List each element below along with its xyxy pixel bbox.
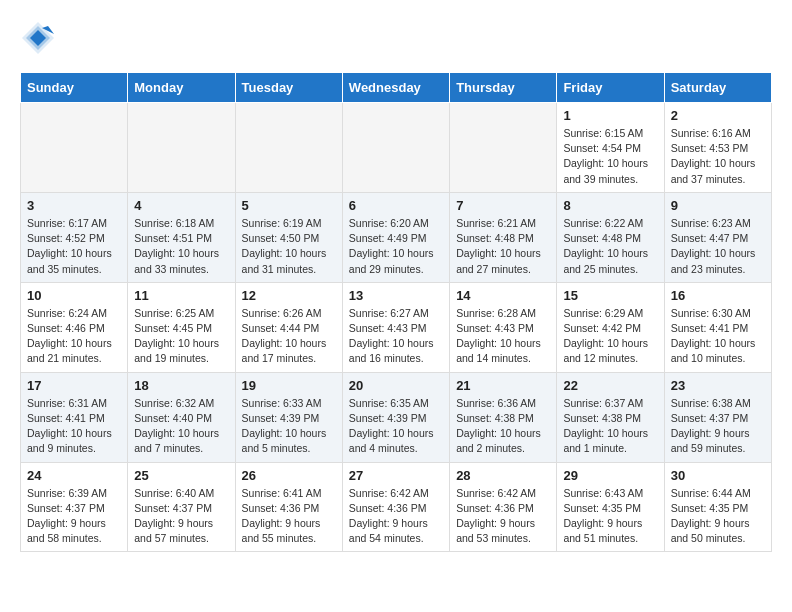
calendar-cell: 7Sunrise: 6:21 AM Sunset: 4:48 PM Daylig…	[450, 192, 557, 282]
day-info: Sunrise: 6:43 AM Sunset: 4:35 PM Dayligh…	[563, 486, 657, 547]
calendar-table: SundayMondayTuesdayWednesdayThursdayFrid…	[20, 72, 772, 552]
day-info: Sunrise: 6:15 AM Sunset: 4:54 PM Dayligh…	[563, 126, 657, 187]
day-number: 24	[27, 468, 121, 483]
weekday-header: Sunday	[21, 73, 128, 103]
day-info: Sunrise: 6:23 AM Sunset: 4:47 PM Dayligh…	[671, 216, 765, 277]
calendar-cell: 25Sunrise: 6:40 AM Sunset: 4:37 PM Dayli…	[128, 462, 235, 552]
calendar-cell: 23Sunrise: 6:38 AM Sunset: 4:37 PM Dayli…	[664, 372, 771, 462]
day-info: Sunrise: 6:27 AM Sunset: 4:43 PM Dayligh…	[349, 306, 443, 367]
day-info: Sunrise: 6:25 AM Sunset: 4:45 PM Dayligh…	[134, 306, 228, 367]
logo	[20, 20, 60, 56]
day-number: 15	[563, 288, 657, 303]
day-number: 28	[456, 468, 550, 483]
calendar-cell: 2Sunrise: 6:16 AM Sunset: 4:53 PM Daylig…	[664, 103, 771, 193]
day-info: Sunrise: 6:33 AM Sunset: 4:39 PM Dayligh…	[242, 396, 336, 457]
day-number: 25	[134, 468, 228, 483]
calendar-cell: 5Sunrise: 6:19 AM Sunset: 4:50 PM Daylig…	[235, 192, 342, 282]
day-info: Sunrise: 6:28 AM Sunset: 4:43 PM Dayligh…	[456, 306, 550, 367]
day-number: 4	[134, 198, 228, 213]
calendar-week-row: 3Sunrise: 6:17 AM Sunset: 4:52 PM Daylig…	[21, 192, 772, 282]
calendar-cell: 24Sunrise: 6:39 AM Sunset: 4:37 PM Dayli…	[21, 462, 128, 552]
calendar-cell	[21, 103, 128, 193]
day-number: 8	[563, 198, 657, 213]
day-number: 17	[27, 378, 121, 393]
calendar-cell: 18Sunrise: 6:32 AM Sunset: 4:40 PM Dayli…	[128, 372, 235, 462]
calendar-cell	[128, 103, 235, 193]
calendar-week-row: 10Sunrise: 6:24 AM Sunset: 4:46 PM Dayli…	[21, 282, 772, 372]
day-number: 9	[671, 198, 765, 213]
day-info: Sunrise: 6:39 AM Sunset: 4:37 PM Dayligh…	[27, 486, 121, 547]
day-info: Sunrise: 6:35 AM Sunset: 4:39 PM Dayligh…	[349, 396, 443, 457]
logo-icon	[20, 20, 56, 56]
day-info: Sunrise: 6:16 AM Sunset: 4:53 PM Dayligh…	[671, 126, 765, 187]
calendar-cell: 15Sunrise: 6:29 AM Sunset: 4:42 PM Dayli…	[557, 282, 664, 372]
day-info: Sunrise: 6:30 AM Sunset: 4:41 PM Dayligh…	[671, 306, 765, 367]
weekday-header: Thursday	[450, 73, 557, 103]
day-number: 29	[563, 468, 657, 483]
day-number: 7	[456, 198, 550, 213]
day-number: 13	[349, 288, 443, 303]
weekday-header: Wednesday	[342, 73, 449, 103]
calendar-cell: 17Sunrise: 6:31 AM Sunset: 4:41 PM Dayli…	[21, 372, 128, 462]
weekday-header: Monday	[128, 73, 235, 103]
day-number: 23	[671, 378, 765, 393]
day-number: 21	[456, 378, 550, 393]
calendar-cell: 20Sunrise: 6:35 AM Sunset: 4:39 PM Dayli…	[342, 372, 449, 462]
day-info: Sunrise: 6:32 AM Sunset: 4:40 PM Dayligh…	[134, 396, 228, 457]
day-info: Sunrise: 6:24 AM Sunset: 4:46 PM Dayligh…	[27, 306, 121, 367]
day-number: 5	[242, 198, 336, 213]
calendar-cell: 28Sunrise: 6:42 AM Sunset: 4:36 PM Dayli…	[450, 462, 557, 552]
calendar-cell: 26Sunrise: 6:41 AM Sunset: 4:36 PM Dayli…	[235, 462, 342, 552]
calendar-cell: 16Sunrise: 6:30 AM Sunset: 4:41 PM Dayli…	[664, 282, 771, 372]
day-number: 30	[671, 468, 765, 483]
calendar-cell: 3Sunrise: 6:17 AM Sunset: 4:52 PM Daylig…	[21, 192, 128, 282]
calendar-cell: 11Sunrise: 6:25 AM Sunset: 4:45 PM Dayli…	[128, 282, 235, 372]
calendar-cell: 27Sunrise: 6:42 AM Sunset: 4:36 PM Dayli…	[342, 462, 449, 552]
day-number: 16	[671, 288, 765, 303]
calendar-cell: 4Sunrise: 6:18 AM Sunset: 4:51 PM Daylig…	[128, 192, 235, 282]
day-number: 10	[27, 288, 121, 303]
calendar-cell: 14Sunrise: 6:28 AM Sunset: 4:43 PM Dayli…	[450, 282, 557, 372]
day-info: Sunrise: 6:21 AM Sunset: 4:48 PM Dayligh…	[456, 216, 550, 277]
calendar-cell: 13Sunrise: 6:27 AM Sunset: 4:43 PM Dayli…	[342, 282, 449, 372]
calendar-cell: 12Sunrise: 6:26 AM Sunset: 4:44 PM Dayli…	[235, 282, 342, 372]
day-info: Sunrise: 6:17 AM Sunset: 4:52 PM Dayligh…	[27, 216, 121, 277]
day-info: Sunrise: 6:31 AM Sunset: 4:41 PM Dayligh…	[27, 396, 121, 457]
day-info: Sunrise: 6:26 AM Sunset: 4:44 PM Dayligh…	[242, 306, 336, 367]
calendar-week-row: 24Sunrise: 6:39 AM Sunset: 4:37 PM Dayli…	[21, 462, 772, 552]
day-number: 18	[134, 378, 228, 393]
day-info: Sunrise: 6:41 AM Sunset: 4:36 PM Dayligh…	[242, 486, 336, 547]
calendar-cell: 21Sunrise: 6:36 AM Sunset: 4:38 PM Dayli…	[450, 372, 557, 462]
day-info: Sunrise: 6:29 AM Sunset: 4:42 PM Dayligh…	[563, 306, 657, 367]
day-number: 6	[349, 198, 443, 213]
calendar-cell	[450, 103, 557, 193]
day-info: Sunrise: 6:38 AM Sunset: 4:37 PM Dayligh…	[671, 396, 765, 457]
calendar-cell: 29Sunrise: 6:43 AM Sunset: 4:35 PM Dayli…	[557, 462, 664, 552]
calendar-cell: 6Sunrise: 6:20 AM Sunset: 4:49 PM Daylig…	[342, 192, 449, 282]
weekday-header: Friday	[557, 73, 664, 103]
calendar-cell: 19Sunrise: 6:33 AM Sunset: 4:39 PM Dayli…	[235, 372, 342, 462]
day-number: 26	[242, 468, 336, 483]
day-number: 19	[242, 378, 336, 393]
day-info: Sunrise: 6:18 AM Sunset: 4:51 PM Dayligh…	[134, 216, 228, 277]
day-number: 11	[134, 288, 228, 303]
calendar-header-row: SundayMondayTuesdayWednesdayThursdayFrid…	[21, 73, 772, 103]
day-number: 3	[27, 198, 121, 213]
day-number: 12	[242, 288, 336, 303]
calendar-cell: 9Sunrise: 6:23 AM Sunset: 4:47 PM Daylig…	[664, 192, 771, 282]
day-info: Sunrise: 6:40 AM Sunset: 4:37 PM Dayligh…	[134, 486, 228, 547]
day-info: Sunrise: 6:22 AM Sunset: 4:48 PM Dayligh…	[563, 216, 657, 277]
calendar-cell: 10Sunrise: 6:24 AM Sunset: 4:46 PM Dayli…	[21, 282, 128, 372]
weekday-header: Tuesday	[235, 73, 342, 103]
day-number: 22	[563, 378, 657, 393]
day-number: 20	[349, 378, 443, 393]
day-number: 14	[456, 288, 550, 303]
day-info: Sunrise: 6:37 AM Sunset: 4:38 PM Dayligh…	[563, 396, 657, 457]
day-info: Sunrise: 6:20 AM Sunset: 4:49 PM Dayligh…	[349, 216, 443, 277]
calendar-cell: 22Sunrise: 6:37 AM Sunset: 4:38 PM Dayli…	[557, 372, 664, 462]
calendar-week-row: 17Sunrise: 6:31 AM Sunset: 4:41 PM Dayli…	[21, 372, 772, 462]
day-number: 1	[563, 108, 657, 123]
day-info: Sunrise: 6:44 AM Sunset: 4:35 PM Dayligh…	[671, 486, 765, 547]
calendar-cell: 8Sunrise: 6:22 AM Sunset: 4:48 PM Daylig…	[557, 192, 664, 282]
weekday-header: Saturday	[664, 73, 771, 103]
